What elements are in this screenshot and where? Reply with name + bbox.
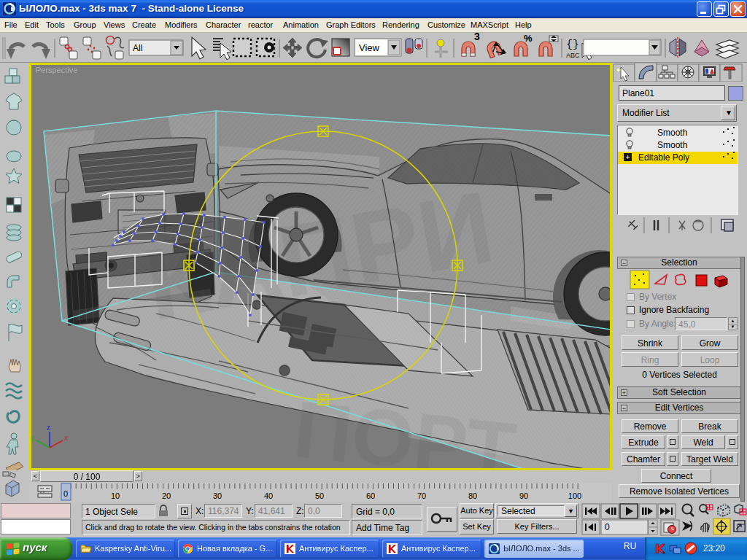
svg-text:100: 100 <box>568 491 581 500</box>
svg-text:50: 50 <box>315 491 324 500</box>
svg-text:30: 30 <box>213 491 222 500</box>
svg-text:z: z <box>47 424 50 432</box>
svg-text:x: x <box>64 434 68 442</box>
svg-text:View: View <box>359 42 380 53</box>
svg-text:%: % <box>524 33 533 44</box>
svg-text:80: 80 <box>468 491 477 500</box>
svg-text:40: 40 <box>264 491 273 500</box>
svg-text:70: 70 <box>417 491 426 500</box>
svg-text:ABC: ABC <box>566 52 580 59</box>
svg-text:60: 60 <box>366 491 375 500</box>
svg-text:Perspective: Perspective <box>36 66 77 74</box>
svg-text:20: 20 <box>162 491 171 500</box>
svg-text:3: 3 <box>474 33 480 42</box>
svg-text:0: 0 <box>63 489 68 498</box>
svg-text:y: y <box>31 434 34 442</box>
svg-text:{}: {} <box>566 39 579 51</box>
svg-text:90: 90 <box>519 491 528 500</box>
svg-text:0: 0 <box>605 522 610 532</box>
svg-text:All: All <box>133 43 142 53</box>
svg-text:10: 10 <box>111 491 120 500</box>
